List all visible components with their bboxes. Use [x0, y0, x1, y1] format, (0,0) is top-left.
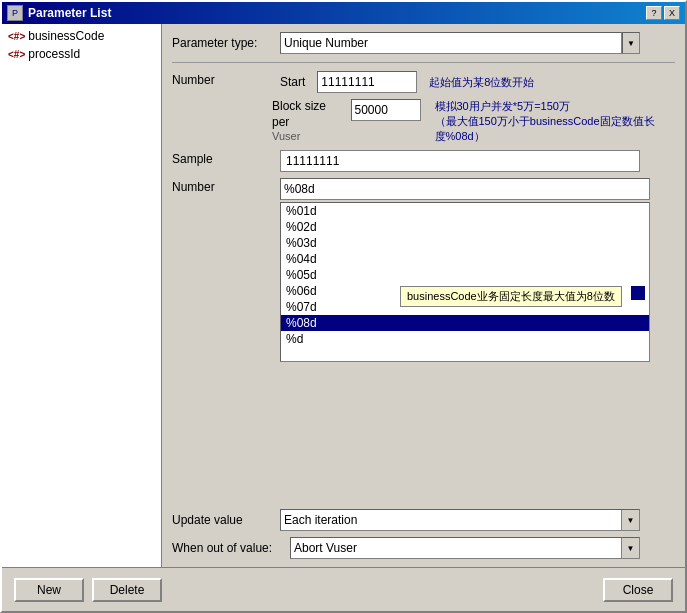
divider [172, 62, 675, 63]
block-size-row: Block size per Vuser 模拟30用户并发*5万=150万 （最… [272, 99, 675, 144]
param-type-label: Parameter type: [172, 36, 272, 50]
tree-label-businesscode: businessCode [28, 29, 104, 43]
format-item-1[interactable]: %02d [281, 219, 649, 235]
param-type-row: Parameter type: Unique Number ▼ [172, 32, 675, 54]
number-format-label: Number [172, 178, 272, 194]
window-icon: P [7, 5, 23, 21]
block-hints: 模拟30用户并发*5万=150万 （最大值150万小于businessCode固… [435, 99, 676, 144]
format-item-2[interactable]: %03d [281, 235, 649, 251]
sample-value: 11111111 [280, 150, 640, 172]
number-label: Number [172, 71, 272, 87]
help-button[interactable]: ? [646, 6, 662, 20]
format-tooltip: businessCode业务固定长度最大值为8位数 [400, 286, 622, 307]
window-title: Parameter List [28, 6, 111, 20]
title-bar-left: P Parameter List [7, 5, 111, 21]
update-value-label: Update value [172, 513, 272, 527]
update-value-row: Update value Each iteration ▼ [172, 509, 675, 531]
block-input[interactable] [351, 99, 421, 121]
tree-item-processid[interactable]: <#> processId [5, 45, 158, 63]
tooltip-indicator [631, 286, 645, 300]
format-item-7[interactable]: %08d [281, 315, 649, 331]
sample-row: Sample 11111111 [172, 150, 675, 172]
number-start-row: Number Start 起始值为某8位数开始 [172, 71, 675, 93]
format-list[interactable]: %01d %02d %03d %04d %05d %06d %07d %08d … [280, 202, 650, 362]
vuser-label: Vuser [272, 130, 339, 143]
start-label: Start [280, 75, 305, 89]
param-type-dropdown-arrow[interactable]: ▼ [622, 32, 640, 54]
sample-label: Sample [172, 150, 272, 166]
content-area: <#> businessCode <#> processId Parameter… [2, 24, 685, 567]
block-hint-1: 模拟30用户并发*5万=150万 [435, 99, 676, 114]
footer: New Delete Close [2, 567, 685, 611]
tree-label-processid: processId [28, 47, 80, 61]
block-hint-2: （最大值150万小于businessCode固定数值长度%08d） [435, 114, 676, 144]
when-out-arrow[interactable]: ▼ [621, 538, 639, 558]
number-format-input[interactable] [280, 178, 650, 200]
title-buttons: ? X [646, 6, 680, 20]
title-bar: P Parameter List ? X [2, 2, 685, 24]
spacer [172, 368, 675, 503]
format-item-3[interactable]: %04d [281, 251, 649, 267]
format-container: %01d %02d %03d %04d %05d %06d %07d %08d … [280, 178, 650, 362]
param-type-value[interactable]: Unique Number [280, 32, 622, 54]
close-button[interactable]: Close [603, 578, 673, 602]
when-out-row: When out of value: Abort Vuser ▼ [172, 537, 675, 559]
number-format-row: Number %01d %02d %03d %04d %05d %06d %07… [172, 178, 675, 362]
start-hint: 起始值为某8位数开始 [429, 75, 534, 90]
footer-left-buttons: New Delete [14, 578, 162, 602]
tree-icon-2: <#> [8, 49, 25, 60]
block-label: Block size per [272, 99, 339, 130]
parameter-list-window: P Parameter List ? X <#> businessCode <#… [0, 0, 687, 613]
when-out-label: When out of value: [172, 541, 282, 555]
when-out-select[interactable]: Abort Vuser ▼ [290, 537, 640, 559]
format-item-0[interactable]: %01d [281, 203, 649, 219]
new-button[interactable]: New [14, 578, 84, 602]
format-item-4[interactable]: %05d [281, 267, 649, 283]
when-out-display: Abort Vuser [291, 541, 621, 555]
update-value-arrow[interactable]: ▼ [621, 510, 639, 530]
left-panel: <#> businessCode <#> processId [2, 24, 162, 567]
tree-item-businesscode[interactable]: <#> businessCode [5, 27, 158, 45]
update-value-display: Each iteration [281, 513, 621, 527]
close-window-button[interactable]: X [664, 6, 680, 20]
param-type-select-wrapper: Unique Number ▼ [280, 32, 640, 54]
format-item-8[interactable]: %d [281, 331, 649, 347]
right-panel: Parameter type: Unique Number ▼ Number S… [162, 24, 685, 567]
start-input[interactable] [317, 71, 417, 93]
delete-button[interactable]: Delete [92, 578, 162, 602]
tree-icon-1: <#> [8, 31, 25, 42]
update-value-select[interactable]: Each iteration ▼ [280, 509, 640, 531]
